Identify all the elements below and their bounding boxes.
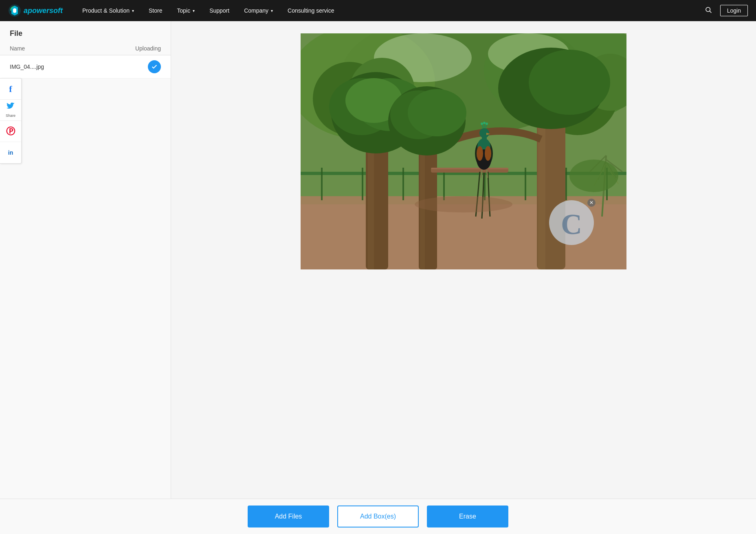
main-layout: f Share Ⓟ in File Name Uploading [0, 21, 756, 534]
sidebar-title: File [0, 21, 171, 42]
svg-point-1 [706, 7, 710, 12]
svg-line-2 [710, 11, 711, 13]
svg-point-63 [569, 160, 618, 192]
svg-point-48 [483, 122, 486, 124]
image-container: C ✕ [301, 33, 626, 269]
col-name-label: Name [10, 45, 120, 52]
nav-company[interactable]: Company ▾ [237, 0, 280, 21]
svg-point-36 [408, 89, 466, 136]
svg-rect-22 [565, 168, 567, 200]
table-row: IMG_04....jpg [0, 55, 171, 79]
svg-point-43 [479, 128, 489, 138]
file-name: IMG_04....jpg [10, 63, 148, 70]
svg-point-49 [486, 123, 488, 125]
nav-product-solution[interactable]: Product & Solution ▾ [75, 0, 141, 21]
watermark-overlay: C ✕ [549, 200, 594, 245]
add-box-button[interactable]: Add Box(es) [337, 506, 419, 527]
svg-point-38 [529, 50, 610, 115]
search-icon[interactable] [701, 4, 715, 17]
bottom-bar: Add Files Add Box(es) Erase [0, 499, 756, 534]
twitter-icon [7, 103, 15, 113]
svg-line-54 [481, 170, 482, 178]
sidebar: f Share Ⓟ in File Name Uploading [0, 21, 171, 534]
svg-rect-16 [321, 168, 323, 200]
logo-text: apowersoft [24, 7, 63, 15]
svg-point-47 [481, 123, 483, 125]
nav-topic[interactable]: Topic ▾ [169, 0, 202, 21]
login-button[interactable]: Login [720, 5, 748, 16]
svg-rect-18 [402, 168, 404, 200]
add-files-button[interactable]: Add Files [248, 506, 329, 527]
watermark-letter: C [561, 210, 582, 239]
twitter-share-button[interactable]: Share [0, 100, 21, 121]
svg-point-52 [477, 146, 483, 161]
nav-store[interactable]: Store [141, 0, 169, 21]
facebook-icon: f [9, 84, 12, 94]
svg-point-64 [415, 196, 512, 212]
linkedin-icon: in [8, 149, 13, 156]
upload-status-icon [148, 60, 161, 73]
chevron-down-icon: ▾ [271, 9, 273, 13]
svg-rect-40 [431, 168, 508, 169]
linkedin-share-button[interactable]: in [0, 142, 21, 163]
nav-support[interactable]: Support [202, 0, 237, 21]
chevron-down-icon: ▾ [193, 9, 195, 13]
col-status-label: Uploading [120, 45, 161, 52]
social-share-bar: f Share Ⓟ in [0, 78, 22, 164]
content-area: C ✕ [171, 21, 756, 534]
pinterest-share-button[interactable]: Ⓟ [0, 121, 21, 142]
file-list: IMG_04....jpg [0, 55, 171, 501]
facebook-share-button[interactable]: f [0, 79, 21, 100]
svg-rect-21 [525, 168, 526, 200]
pinterest-icon: Ⓟ [6, 125, 15, 138]
svg-line-55 [487, 170, 488, 178]
nav-consulting[interactable]: Consulting service [280, 0, 341, 21]
watermark-close-button[interactable]: ✕ [587, 199, 596, 207]
logo[interactable]: apowersoft [8, 4, 63, 17]
chevron-down-icon: ▾ [132, 9, 134, 13]
nav-actions: Login [701, 4, 748, 17]
svg-point-53 [485, 146, 491, 161]
navigation: apowersoft Product & Solution ▾ Store To… [0, 0, 756, 21]
nav-items: Product & Solution ▾ Store Topic ▾ Suppo… [75, 0, 701, 21]
file-table-header: Name Uploading [0, 42, 171, 55]
svg-rect-17 [362, 168, 363, 200]
erase-button[interactable]: Erase [427, 506, 508, 527]
share-label: Share [6, 114, 15, 118]
